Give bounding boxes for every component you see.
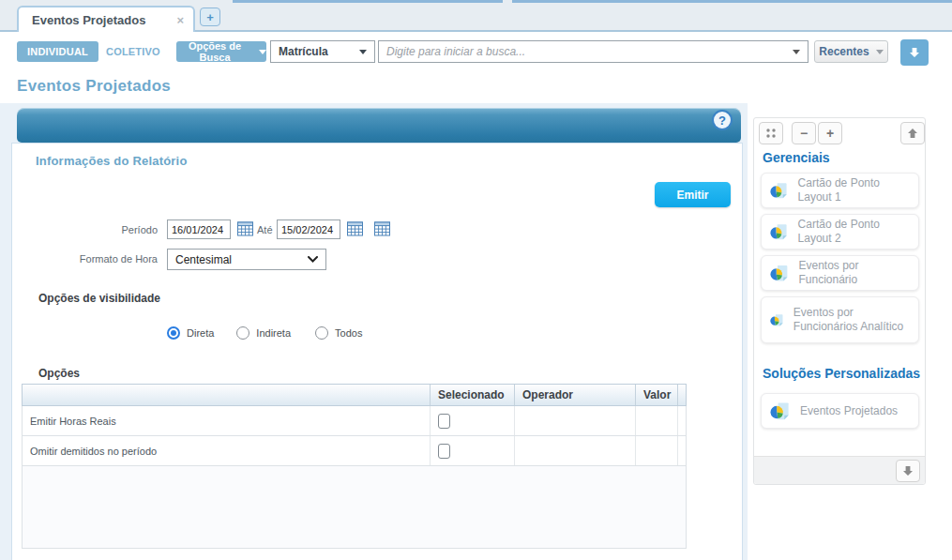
recents-button[interactable]: Recentes	[814, 40, 888, 63]
radio-direta[interactable]: Direta	[167, 326, 214, 340]
search-field-value: Matrícula	[279, 45, 328, 58]
report-chart-icon	[770, 401, 792, 422]
calendar-icon[interactable]	[347, 221, 363, 236]
column-selecionado: Selecionado	[430, 385, 514, 405]
scroll-down-button[interactable]	[896, 460, 920, 482]
close-icon[interactable]: ×	[176, 13, 184, 27]
arrow-down-icon	[900, 463, 915, 478]
reports-sidebar: − + Gerenciais Cartão de Ponto Layout 1 …	[753, 117, 926, 485]
period-start-input[interactable]	[167, 219, 231, 239]
search-options-label: Opções de Busca	[176, 40, 253, 63]
report-chart-icon	[770, 263, 790, 284]
report-header-bar: ?	[17, 108, 741, 143]
arrow-down-icon	[907, 45, 922, 60]
coletivo-toggle-button[interactable]: COLETIVO	[106, 41, 160, 62]
search-options-button[interactable]: Opções de Busca	[176, 41, 266, 62]
arrow-up-icon	[905, 126, 920, 141]
title-row: Eventos Projetados	[0, 70, 952, 103]
chevron-down-icon	[876, 50, 884, 54]
visibility-options-label: Opções de visibilidade	[38, 292, 160, 305]
search-box	[378, 40, 808, 63]
radio-icon	[167, 326, 180, 340]
collapse-all-button[interactable]: −	[792, 122, 816, 144]
sidebar-footer	[754, 456, 925, 484]
sidebar-group-title: Gerenciais	[763, 150, 830, 165]
sidebar-item-eventos-projetados[interactable]: Eventos Projetados	[761, 393, 919, 429]
calendar-icon[interactable]	[374, 221, 390, 236]
extra-cell	[677, 406, 686, 435]
extra-cell	[677, 436, 686, 465]
until-label: Até	[257, 224, 273, 235]
sidebar-item-eventos-por-funcionarios-analitico[interactable]: Eventos por Funcionários Analítico	[761, 296, 919, 343]
table-empty-area	[22, 466, 687, 549]
scroll-up-button[interactable]	[900, 122, 925, 144]
search-field-select[interactable]: Matrícula	[270, 40, 375, 63]
report-chart-icon	[770, 221, 790, 243]
hour-format-value: Centesimal	[175, 253, 232, 266]
checkbox[interactable]	[438, 414, 450, 429]
search-input[interactable]	[386, 45, 793, 58]
top-border-line	[512, 0, 952, 3]
sidebar-group-title: Soluções Personalizadas	[763, 366, 920, 381]
sidebar-item-cartao-de-ponto-layout-1[interactable]: Cartão de Ponto Layout 1	[761, 173, 919, 208]
report-panel: Informações do Relatório Emitir Período …	[11, 143, 743, 560]
selecionado-cell	[430, 436, 514, 465]
option-row-label: Omitir demitidos no período	[23, 436, 430, 465]
radio-icon	[315, 326, 328, 340]
tab-label: Eventos Projetados	[32, 13, 176, 27]
sidebar-item-eventos-por-funcionario[interactable]: Eventos por Funcionário	[761, 255, 919, 291]
top-border-line	[233, 0, 503, 3]
selecionado-cell	[430, 406, 514, 435]
column-valor: Valor	[635, 385, 677, 405]
individual-toggle-button[interactable]: INDIVIDUAL	[17, 41, 98, 62]
tab-eventos-projetados[interactable]: Eventos Projetados ×	[17, 6, 195, 32]
tab-strip: Eventos Projetados × +	[0, 0, 952, 32]
app-window: Eventos Projetados × + INDIVIDUAL COLETI…	[0, 0, 952, 560]
collapse-search-button[interactable]	[900, 39, 929, 66]
content-area: ? Informações do Relatório Emitir Períod…	[0, 103, 952, 560]
report-chart-icon	[770, 310, 785, 331]
sidebar-item-cartao-de-ponto-layout-2[interactable]: Cartão de Ponto Layout 2	[761, 214, 919, 250]
checkbox[interactable]	[438, 444, 450, 459]
valor-cell	[635, 406, 677, 435]
grid-dots-icon	[763, 126, 778, 141]
chevron-down-icon	[308, 256, 318, 263]
period-label: Período	[12, 224, 158, 235]
report-chart-icon	[770, 180, 790, 202]
options-table: Selecionado Operador Valor Emitir Horas …	[22, 384, 687, 549]
page-title: Eventos Projetados	[17, 77, 171, 96]
section-title: Informações do Relatório	[36, 154, 188, 168]
options-column-spacer	[23, 385, 430, 405]
hour-format-label: Formato de Hora	[12, 253, 158, 265]
grid-view-button[interactable]	[759, 122, 783, 144]
visibility-radio-group: Direta Indireta Todos	[167, 326, 362, 340]
calendar-icon[interactable]	[237, 221, 253, 236]
expand-all-button[interactable]: +	[818, 122, 842, 144]
operador-cell	[514, 436, 635, 465]
radio-icon	[236, 326, 249, 340]
period-end-input[interactable]	[277, 219, 340, 239]
chevron-down-icon[interactable]	[793, 50, 800, 54]
new-tab-button[interactable]: +	[200, 8, 220, 26]
column-extra	[677, 385, 686, 405]
hour-format-select[interactable]: Centesimal	[167, 249, 326, 270]
emit-button[interactable]: Emitir	[655, 182, 731, 207]
help-icon[interactable]: ?	[712, 110, 733, 130]
radio-todos[interactable]: Todos	[315, 326, 362, 340]
operador-cell	[514, 406, 635, 435]
search-toolbar: INDIVIDUAL COLETIVO Opções de Busca Matr…	[0, 32, 952, 70]
options-label: Opções	[38, 367, 80, 380]
chevron-down-icon	[259, 50, 266, 54]
column-operador: Operador	[514, 385, 635, 405]
table-row: Emitir Horas Reais	[22, 406, 687, 436]
valor-cell	[635, 436, 677, 465]
radio-indireta[interactable]: Indireta	[236, 326, 291, 340]
recents-label: Recentes	[819, 45, 869, 58]
options-table-header: Selecionado Operador Valor	[22, 384, 687, 406]
option-row-label: Emitir Horas Reais	[23, 406, 430, 435]
chevron-down-icon	[359, 50, 367, 54]
table-row: Omitir demitidos no período	[22, 436, 687, 466]
